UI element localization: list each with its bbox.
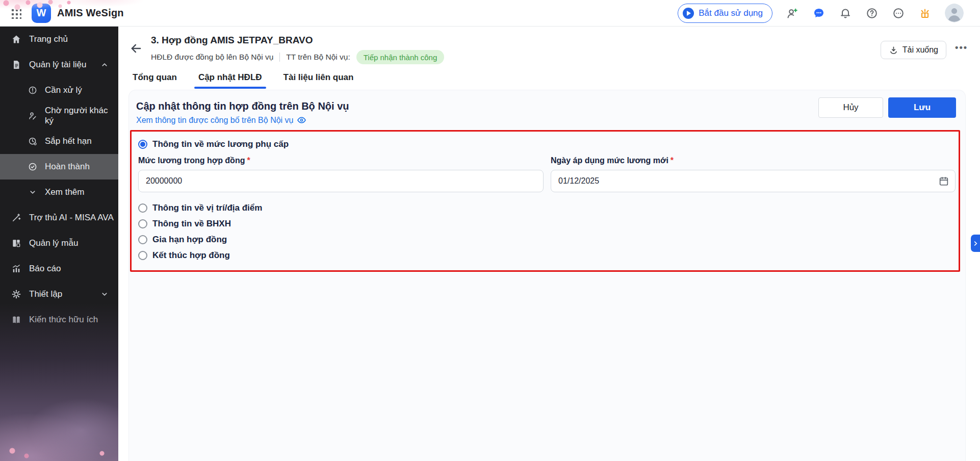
save-button[interactable]: Lưu	[888, 97, 956, 118]
radio-icon	[138, 251, 147, 260]
sidebar-item-home[interactable]: Trang chủ	[0, 27, 118, 52]
sync-status-text: HĐLĐ được đồng bộ lên Bộ Nội vụ	[151, 53, 273, 62]
chart-icon	[11, 264, 21, 274]
required-asterisk: *	[670, 156, 674, 165]
radio-option-contract-extension[interactable]: Gia hạn hợp đồng	[138, 232, 959, 247]
calendar-icon[interactable]	[938, 175, 949, 187]
sidebar-item-need-processing[interactable]: Cần xử lý	[0, 78, 118, 103]
sidebar: Trang chủ Quản lý tài liệu Cần xử lý Chờ…	[0, 27, 118, 461]
user-avatar[interactable]	[945, 4, 964, 22]
sidebar-item-completed[interactable]: Hoàn thành	[0, 154, 118, 180]
salary-field-label: Mức lương trong hợp đồng*	[138, 156, 544, 166]
template-icon	[11, 238, 21, 248]
tabs-bar: Tổng quan Cập nhật HĐLĐ Tài liệu liên qu…	[118, 69, 980, 90]
more-options-icon[interactable]: •••	[955, 45, 968, 50]
eye-icon	[297, 115, 306, 125]
gift-icon[interactable]	[918, 7, 932, 20]
topbar-actions: Bắt đầu sử dụng	[678, 4, 980, 23]
expand-panel-tab[interactable]	[971, 235, 980, 252]
radio-option-contract-termination[interactable]: Kết thúc hợp đồng	[138, 248, 959, 263]
radio-selected-icon	[138, 140, 147, 149]
app-title: AMIS WeSign	[57, 7, 124, 19]
chevron-right-icon	[973, 241, 978, 246]
ministry-status-label: TT trên Bộ Nội vụ:	[286, 53, 350, 62]
sidebar-item-settings[interactable]: Thiết lập	[0, 281, 118, 307]
radio-icon	[138, 203, 147, 213]
gear-icon	[11, 289, 21, 299]
update-card: Cập nhật thông tin hợp đồng trên Bộ Nội …	[128, 90, 966, 461]
add-user-icon[interactable]	[786, 7, 799, 20]
date-field-label: Ngày áp dụng mức lương mới*	[551, 156, 956, 166]
book-icon	[11, 315, 21, 325]
sidebar-item-document-management[interactable]: Quản lý tài liệu	[0, 52, 118, 78]
clock-icon	[28, 137, 37, 146]
tab-overview[interactable]: Tổng quan	[133, 72, 177, 85]
person-sign-icon	[28, 111, 37, 120]
sidebar-item-expiring-soon[interactable]: Sắp hết hạn	[0, 129, 118, 154]
app-grid-icon[interactable]	[10, 8, 21, 19]
card-actions: Hủy Lưu	[818, 97, 956, 118]
required-asterisk: *	[247, 156, 250, 165]
tab-update-contract[interactable]: Cập nhật HĐLĐ	[198, 72, 262, 85]
radio-option-list: Thông tin về vị trí/địa điểm Thông tin v…	[138, 200, 959, 263]
date-input[interactable]	[551, 170, 956, 192]
help-icon[interactable]	[865, 7, 879, 20]
date-field-group: Ngày áp dụng mức lương mới*	[551, 156, 956, 192]
document-icon	[11, 60, 21, 70]
chevron-down-icon	[28, 188, 37, 197]
page-title: 3. Hợp đồng AMIS JETPAY_BRAVO	[151, 35, 980, 46]
back-arrow-icon[interactable]	[130, 42, 143, 55]
chat-icon[interactable]	[812, 7, 826, 20]
page-subtitle-row: HĐLĐ được đồng bộ lên Bộ Nội vụ TT trên …	[151, 50, 980, 64]
divider	[279, 53, 280, 62]
alert-circle-icon	[28, 86, 37, 95]
radio-icon	[138, 219, 147, 228]
play-icon	[683, 8, 694, 19]
sidebar-item-waiting-for-others[interactable]: Chờ người khác ký	[0, 103, 118, 129]
view-published-info-link[interactable]: Xem thông tin được công bố trên Bộ Nội v…	[136, 115, 306, 125]
radio-option-salary-allowance[interactable]: Thông tin về mức lương phụ cấp	[138, 137, 959, 152]
radio-icon	[138, 235, 147, 244]
salary-field-group: Mức lương trong hợp đồng*	[138, 156, 544, 192]
sidebar-item-ai-assistant[interactable]: Trợ thủ AI - MISA AVA	[0, 205, 118, 231]
home-icon	[11, 34, 21, 44]
download-icon	[889, 45, 898, 55]
topbar: W AMIS WeSign Bắt đầu sử dụng	[0, 0, 980, 27]
more-circle-icon[interactable]	[892, 7, 905, 20]
check-circle-icon	[28, 162, 37, 171]
magic-wand-icon	[11, 213, 21, 223]
notifications-bell-icon[interactable]	[839, 7, 852, 20]
chevron-down-icon	[100, 290, 109, 299]
sidebar-item-template-management[interactable]: Quản lý mẫu	[0, 231, 118, 256]
highlighted-form-section: Thông tin về mức lương phụ cấp Mức lương…	[130, 130, 960, 272]
chevron-up-icon	[100, 60, 109, 69]
radio-option-social-insurance[interactable]: Thông tin về BHXH	[138, 216, 959, 232]
radio-option-location[interactable]: Thông tin về vị trí/địa điểm	[138, 200, 959, 216]
salary-form: Mức lương trong hợp đồng* Ngày áp dụng m…	[138, 156, 959, 192]
download-button[interactable]: Tải xuống	[881, 41, 946, 59]
main-content: 3. Hợp đồng AMIS JETPAY_BRAVO HĐLĐ được …	[118, 27, 980, 461]
tab-related-documents[interactable]: Tài liệu liên quan	[283, 72, 354, 85]
sidebar-item-reports[interactable]: Báo cáo	[0, 256, 118, 281]
cancel-button[interactable]: Hủy	[818, 97, 883, 118]
sidebar-item-see-more[interactable]: Xem thêm	[0, 180, 118, 205]
wesign-logo[interactable]: W	[32, 4, 51, 23]
page-header: 3. Hợp đồng AMIS JETPAY_BRAVO HĐLĐ được …	[118, 27, 980, 69]
start-using-button[interactable]: Bắt đầu sử dụng	[678, 4, 772, 23]
sidebar-item-useful-knowledge[interactable]: Kiến thức hữu ích	[0, 307, 118, 332]
salary-input[interactable]	[138, 170, 544, 192]
status-badge: Tiếp nhận thành công	[356, 50, 445, 64]
